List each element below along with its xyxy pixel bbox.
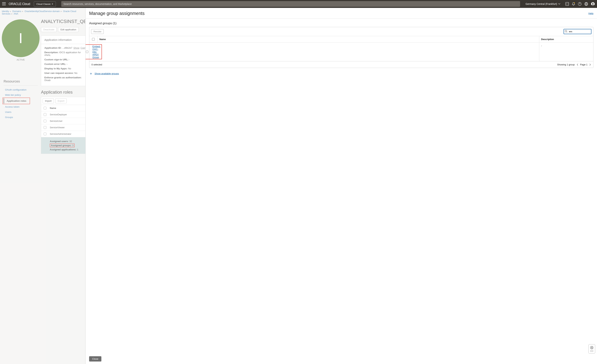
pager: Showing 1 group Page 1 (557, 63, 591, 66)
role-name: ServiceViewer (49, 124, 89, 131)
help-icon[interactable] (578, 2, 581, 6)
signin-url-value: - (69, 58, 70, 61)
sidebar-item-webtier[interactable]: Web tier policy (2, 92, 39, 98)
role-name: ServiceDeployer (49, 111, 89, 118)
edit-application-button[interactable]: Edit application (58, 27, 79, 32)
roles-select-all-checkbox[interactable] (44, 107, 46, 109)
help-link[interactable]: Help (588, 12, 593, 15)
page-title: ANALYTICSINST_QBX (41, 19, 90, 24)
showing-count: Showing 1 group (557, 63, 575, 66)
error-url-label: Custom error URL: (44, 63, 66, 65)
assigned-groups-heading: Assigned groups (1) (86, 19, 597, 27)
sidebar-item-oauth[interactable]: OAuth configuration (2, 87, 39, 92)
global-search-input[interactable] (61, 1, 520, 7)
table-row[interactable]: ServiceViewer (41, 124, 89, 131)
breadcrumb-identity[interactable]: Identity (2, 10, 9, 13)
header-icons (565, 2, 595, 6)
chevron-right-icon (52, 3, 53, 5)
svg-point-14 (592, 351, 592, 352)
row-checkbox[interactable] (44, 120, 46, 122)
svg-point-9 (591, 347, 592, 348)
export-button[interactable]: Export (55, 99, 67, 103)
request-access-value: No (74, 72, 78, 74)
request-access-label: User can request access: (44, 72, 74, 74)
assigned-apps-label: Assigned applications: (50, 148, 76, 151)
hamburger-menu-icon[interactable] (1, 2, 7, 7)
app-avatar: I (2, 19, 39, 57)
sidebar-item-users[interactable]: Users (2, 109, 39, 115)
chevron-down-icon (558, 3, 560, 5)
grid-dots-icon (590, 350, 593, 352)
status-badge: ACTIVE (16, 59, 25, 61)
application-roles-heading: Application roles (41, 90, 90, 97)
svg-point-12 (593, 350, 593, 351)
assigned-groups-label: Assigned groups: (51, 144, 71, 147)
table-row[interactable]: ServiceDeployer (41, 111, 89, 118)
manage-groups-drawer: Manage group assignments Help Assigned g… (85, 8, 597, 364)
assigned-users-value: 32 (69, 140, 72, 143)
cloud-classic-button[interactable]: Cloud Classic (34, 1, 56, 7)
table-row[interactable]: ServiceUser (41, 118, 89, 124)
background-left-content: Identity» Domains» OracleIdentityCloudSe… (0, 8, 85, 364)
groups-select-all-checkbox[interactable] (92, 38, 95, 41)
page-next-icon[interactable] (589, 63, 591, 66)
breadcrumb-domain[interactable]: OracleIdentityCloudService domain (25, 10, 60, 13)
assigned-groups-value: 3 (72, 144, 74, 147)
app-info-card: Application information Application ID: … (41, 36, 90, 86)
logo-cloud: Cloud (22, 2, 30, 6)
assigned-users-label: Assigned users: (50, 140, 69, 143)
table-row: Embed-OAC-into-APEX Group - (89, 43, 593, 61)
profile-icon[interactable] (591, 2, 595, 6)
signin-url-label: Custom sign-in URL: (44, 58, 69, 61)
page-prev-icon[interactable] (576, 63, 578, 66)
role-name: ServiceAdministrator (49, 131, 89, 137)
name-column-header: Name (98, 36, 539, 42)
assigned-apps-value: 1 (77, 148, 79, 151)
svg-point-1 (574, 2, 575, 3)
app-id-label: Application ID: (44, 46, 62, 49)
region-selector[interactable]: Germany Central (Frankfurt) (526, 2, 560, 5)
sidebar-item-access-token[interactable]: Access token (2, 104, 39, 109)
globe-icon[interactable] (584, 2, 588, 6)
enforce-grants-value: Disab (44, 79, 51, 82)
deactivate-button[interactable]: Deactivate (41, 27, 57, 32)
global-search-wrapper (61, 1, 520, 7)
svg-point-10 (590, 350, 591, 351)
region-label: Germany Central (Frankfurt) (526, 2, 557, 5)
roles-table: Name ServiceDeployer ServiceUser Service… (41, 105, 90, 154)
row-checkbox[interactable] (44, 132, 46, 135)
notifications-icon[interactable] (572, 2, 575, 6)
groups-table-header: Name Description (89, 36, 593, 43)
group-row-checkbox[interactable] (86, 50, 88, 53)
breadcrumb-current[interactable]: ANA (14, 13, 18, 15)
lifebuoy-icon (590, 346, 594, 349)
app-id-value: ...d9b2e7 (62, 46, 72, 49)
group-search-input[interactable] (564, 29, 591, 34)
support-widget[interactable] (588, 344, 595, 354)
plus-icon[interactable]: ＋ (89, 71, 93, 76)
show-available-groups-link[interactable]: Show available groups (94, 72, 119, 75)
expanded-role-details: Assigned users: 32 Assigned groups: 3 As… (41, 137, 89, 154)
roles-name-header: Name (49, 105, 89, 111)
sidebar-item-app-roles[interactable]: Application roles (4, 98, 29, 103)
dev-tools-icon[interactable] (565, 2, 569, 6)
revoke-button[interactable]: Revoke (91, 29, 104, 34)
cloud-classic-label: Cloud Classic (37, 3, 51, 5)
close-button[interactable]: Close (89, 356, 101, 362)
group-description: - (539, 43, 593, 61)
breadcrumb: Identity» Domains» OracleIdentityCloudSe… (0, 8, 85, 16)
group-search-wrapper (564, 29, 591, 34)
svg-point-6 (592, 3, 594, 4)
show-available-row: ＋ Show available groups (86, 70, 597, 77)
table-row[interactable]: ServiceAdministrator (41, 131, 89, 137)
description-label: Description: (44, 51, 59, 54)
import-button[interactable]: Import (43, 99, 54, 103)
row-checkbox[interactable] (44, 113, 46, 116)
logo-oracle: ORACLE (9, 2, 21, 6)
show-link[interactable]: Show (73, 46, 79, 49)
sidebar-item-groups[interactable]: Groups (2, 115, 39, 120)
enforce-grants-label: Enforce grants as authorization: (44, 76, 82, 79)
breadcrumb-domains[interactable]: Domains (12, 10, 21, 13)
row-checkbox[interactable] (44, 126, 46, 129)
svg-point-11 (592, 350, 592, 351)
